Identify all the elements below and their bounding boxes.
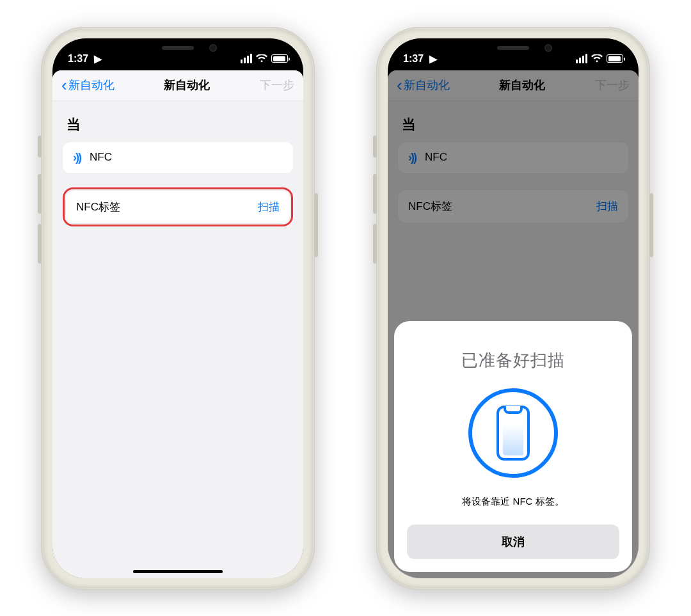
nfc-scan-icon	[468, 388, 558, 478]
nfc-scan-sheet: 已准备好扫描 将设备靠近 NFC 标签。 取消	[394, 321, 632, 572]
cellular-icon	[576, 54, 587, 63]
back-button[interactable]: ‹ 新自动化	[61, 77, 115, 93]
wifi-icon	[591, 54, 603, 63]
volume-up	[38, 174, 42, 214]
phone-glyph-icon	[496, 406, 530, 461]
highlight-ring: NFC标签 扫描	[63, 187, 293, 226]
location-icon	[92, 53, 101, 65]
scan-button[interactable]: 扫描	[258, 200, 280, 214]
notch	[117, 38, 239, 60]
chevron-left-icon: ‹	[61, 77, 67, 93]
back-label: 新自动化	[68, 77, 115, 93]
home-indicator[interactable]	[133, 570, 223, 573]
notch	[452, 38, 574, 60]
next-button[interactable]: 下一步	[260, 77, 294, 93]
nfc-tag-label: NFC标签	[76, 200, 120, 214]
nav-bar: ‹ 新自动化 新自动化 下一步	[52, 70, 303, 101]
status-time: 1:37	[403, 53, 424, 65]
mute-switch	[373, 136, 377, 157]
phone-mock-left: 1:37 ‹ 新自动化 新自动化 下一步 当	[41, 27, 315, 590]
volume-up	[373, 174, 377, 214]
nfc-trigger-cell[interactable]: ›)) NFC	[63, 142, 293, 173]
battery-icon	[607, 54, 623, 63]
nfc-icon: ›))	[73, 151, 81, 164]
wifi-icon	[256, 54, 267, 63]
phone-mock-right: 1:37 ‹ 新自动化 新自动化 下一步 当	[376, 27, 650, 590]
sheet-title: 已准备好扫描	[407, 349, 619, 372]
page-title: 新自动化	[164, 77, 210, 93]
mute-switch	[38, 136, 42, 157]
nfc-tag-cell[interactable]: NFC标签 扫描	[66, 191, 290, 223]
section-when: 当	[63, 113, 293, 142]
battery-icon	[271, 54, 288, 63]
volume-down	[373, 224, 377, 264]
cancel-button[interactable]: 取消	[407, 525, 619, 559]
sheet-message: 将设备靠近 NFC 标签。	[407, 496, 619, 508]
status-time: 1:37	[68, 53, 88, 65]
location-icon	[427, 53, 436, 65]
power-button	[314, 193, 318, 257]
cellular-icon	[241, 54, 252, 63]
nfc-trigger-label: NFC	[90, 151, 112, 164]
power-button	[649, 193, 653, 257]
volume-down	[38, 224, 42, 264]
